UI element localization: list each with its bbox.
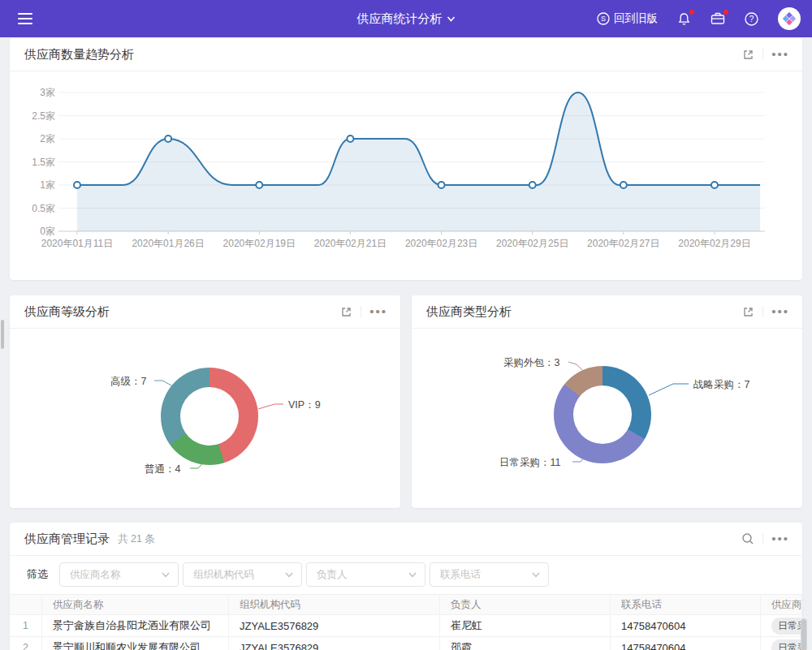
svg-text:2020年02月25日: 2020年02月25日 — [496, 238, 568, 249]
svg-text:2家: 2家 — [40, 133, 55, 144]
level-card: 供应商等级分析 ••• VIP：9 普通：4 高级：7 — [10, 295, 400, 508]
col-header-code: 组织机构代码 — [229, 594, 440, 615]
expand-icon[interactable] — [742, 49, 754, 61]
col-header-owner: 负责人 — [440, 594, 611, 615]
cell-org-code: JZYALE3576829 — [229, 615, 440, 637]
more-icon[interactable]: ••• — [771, 308, 789, 316]
type-donut-ring[interactable] — [554, 366, 651, 463]
table-row[interactable]: 2 景宁顺川和顺农业发展有限公司 JZYALE3576829 邵霞 147584… — [10, 637, 802, 650]
page-title: 供应商统计分析 — [357, 11, 443, 27]
divider — [762, 49, 763, 60]
col-header-name: 供应商名称 — [42, 594, 229, 615]
workspace-badge — [723, 10, 728, 15]
svg-text:2020年01月26日: 2020年01月26日 — [132, 238, 204, 249]
more-icon[interactable]: ••• — [771, 535, 789, 543]
filter-select-phone[interactable]: 联系电话 — [430, 562, 549, 587]
cell-index: 1 — [10, 615, 42, 637]
records-table: 供应商名称 组织机构代码 负责人 联系电话 供应商类型 1 景宁畲族自治县阳龙酒… — [10, 594, 802, 650]
expand-icon[interactable] — [742, 306, 754, 318]
filter-select-owner[interactable]: 负责人 — [306, 562, 425, 587]
svg-text:2020年02月19日: 2020年02月19日 — [223, 238, 296, 249]
col-header-index — [10, 594, 42, 615]
menu-icon[interactable] — [18, 13, 32, 24]
cell-index: 2 — [10, 637, 42, 650]
level-donut-ring[interactable] — [161, 368, 258, 465]
notification-badge — [689, 10, 694, 15]
type-tag: 日常采购 — [771, 618, 802, 635]
chevron-down-icon — [532, 572, 540, 578]
col-header-type: 供应商类型 — [761, 594, 802, 615]
divider — [762, 533, 763, 545]
help-icon: ? — [745, 12, 758, 26]
cell-org-code: JZYALE3576829 — [229, 637, 440, 650]
svg-text:2.5家: 2.5家 — [32, 110, 55, 122]
avatar[interactable] — [778, 7, 801, 30]
filter-row: 筛选 供应商名称 组织机构代码 负责人 联系电话 — [10, 556, 802, 594]
more-icon[interactable]: ••• — [771, 50, 789, 58]
divider — [361, 306, 361, 317]
trend-card-title: 供应商数量趋势分析 — [24, 47, 134, 62]
svg-text:2020年02月21日: 2020年02月21日 — [314, 238, 387, 249]
svg-text:0家: 0家 — [40, 226, 55, 237]
cell-owner: 邵霞 — [440, 637, 611, 650]
filter-select-org-code[interactable]: 组织机构代码 — [183, 562, 302, 587]
type-card-title: 供应商类型分析 — [426, 304, 512, 320]
expand-icon[interactable] — [340, 306, 352, 318]
chevron-down-icon — [447, 16, 456, 22]
filter-placeholder: 负责人 — [317, 568, 408, 582]
records-card-title: 供应商管理记录 — [24, 532, 110, 547]
table-scrollbar-thumb[interactable] — [801, 618, 807, 650]
more-icon[interactable]: ••• — [369, 308, 387, 316]
cell-owner: 崔尼虹 — [440, 615, 611, 637]
svg-text:0.5家: 0.5家 — [32, 203, 55, 214]
filter-placeholder: 供应商名称 — [70, 568, 162, 582]
back-to-old-version-button[interactable]: S 回到旧版 — [597, 11, 658, 26]
bell-icon — [677, 12, 691, 26]
svg-text:1家: 1家 — [40, 179, 55, 191]
page-title-dropdown[interactable]: 供应商统计分析 — [357, 11, 456, 27]
type-tag: 日常采购 — [771, 639, 802, 650]
briefcase-icon — [710, 12, 725, 25]
search-icon[interactable] — [741, 532, 754, 545]
cell-phone: 14758470604 — [611, 637, 761, 650]
filter-label: 筛选 — [27, 567, 48, 582]
svg-text:3家: 3家 — [40, 87, 55, 98]
svg-text:2020年02月29日: 2020年02月29日 — [678, 238, 750, 249]
level-card-title: 供应商等级分析 — [24, 304, 110, 320]
slice-label-zhanlue: 战略采购：7 — [693, 378, 749, 392]
table-header-row: 供应商名称 组织机构代码 负责人 联系电话 供应商类型 — [10, 594, 802, 615]
records-card: 供应商管理记录 共 21 条 ••• 筛选 供应商名称 组织机构代码 负责人 — [10, 523, 802, 650]
workspace-button[interactable] — [710, 12, 725, 25]
top-nav: 供应商统计分析 S 回到旧版 ? — [0, 0, 812, 37]
trend-line-chart: 0家0.5家1家1.5家2家2.5家3家2020年01月11日2020年01月2… — [10, 87, 802, 277]
help-button[interactable]: ? — [745, 12, 758, 26]
notifications-button[interactable] — [677, 12, 691, 26]
left-scrollbar-thumb[interactable] — [1, 320, 4, 349]
cell-phone: 14758470604 — [611, 615, 761, 637]
chevron-down-icon — [285, 572, 293, 578]
level-donut-chart: VIP：9 普通：4 高级：7 — [10, 329, 400, 507]
chevron-down-icon — [162, 572, 170, 578]
svg-text:2020年02月23日: 2020年02月23日 — [405, 238, 477, 249]
trend-card: 供应商数量趋势分析 ••• 0家0.5家1家1.5家2家2.5家3家2020年0… — [10, 38, 802, 280]
switch-version-icon: S — [597, 12, 610, 25]
svg-text:1.5家: 1.5家 — [32, 157, 55, 168]
type-card: 供应商类型分析 ••• 战略采购：7 日常采购：11 采 — [412, 295, 802, 508]
type-donut-chart: 战略采购：7 日常采购：11 采购外包：3 — [412, 329, 802, 507]
slice-label-vip: VIP：9 — [288, 398, 321, 412]
slice-label-waibao: 采购外包：3 — [503, 356, 559, 370]
chevron-down-icon — [408, 572, 417, 578]
filter-placeholder: 联系电话 — [440, 568, 532, 582]
filter-placeholder: 组织机构代码 — [193, 568, 285, 582]
svg-text:S: S — [601, 15, 606, 23]
cell-supplier-name: 景宁畲族自治县阳龙酒业有限公司 — [42, 615, 229, 637]
divider — [762, 306, 763, 317]
records-count: 共 21 条 — [118, 532, 155, 546]
svg-text:2020年02月27日: 2020年02月27日 — [587, 238, 659, 249]
svg-text:?: ? — [749, 15, 754, 24]
table-row[interactable]: 1 景宁畲族自治县阳龙酒业有限公司 JZYALE3576829 崔尼虹 1475… — [10, 615, 802, 637]
filter-select-supplier-name[interactable]: 供应商名称 — [59, 562, 179, 587]
slice-label-richang: 日常采购：11 — [499, 456, 560, 470]
slice-label-gaoji: 高级：7 — [110, 375, 146, 389]
svg-text:2020年01月11日: 2020年01月11日 — [41, 238, 114, 249]
